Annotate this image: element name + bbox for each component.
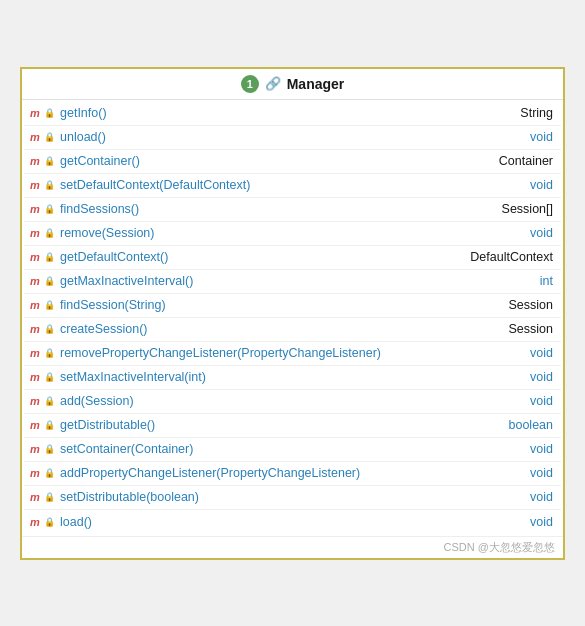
method-name: findSession(String) xyxy=(60,298,501,312)
method-row[interactable]: m🔒setDistributable(boolean)void xyxy=(24,486,561,510)
method-icon-m: m xyxy=(30,299,44,311)
method-name: setDefaultContext(DefaultContext) xyxy=(60,178,522,192)
method-row[interactable]: m🔒add(Session)void xyxy=(24,390,561,414)
method-return-type: void xyxy=(530,226,553,240)
method-return-type: DefaultContext xyxy=(470,250,553,264)
method-icon-m: m xyxy=(30,323,44,335)
method-icon-m: m xyxy=(30,395,44,407)
method-row[interactable]: m🔒getDistributable()boolean xyxy=(24,414,561,438)
method-icon-lock: 🔒 xyxy=(44,276,58,286)
method-row[interactable]: m🔒setDefaultContext(DefaultContext)void xyxy=(24,174,561,198)
method-icon-lock: 🔒 xyxy=(44,468,58,478)
method-row[interactable]: m🔒createSession()Session xyxy=(24,318,561,342)
method-name: setContainer(Container) xyxy=(60,442,522,456)
method-return-type: void xyxy=(530,515,553,529)
method-name: removePropertyChangeListener(PropertyCha… xyxy=(60,346,522,360)
method-name: getDefaultContext() xyxy=(60,250,462,264)
method-name: addPropertyChangeListener(PropertyChange… xyxy=(60,466,522,480)
method-name: findSessions() xyxy=(60,202,494,216)
method-name: unload() xyxy=(60,130,522,144)
method-row[interactable]: m🔒load()void xyxy=(24,510,561,534)
class-badge: 1 xyxy=(241,75,259,93)
method-row[interactable]: m🔒getContainer()Container xyxy=(24,150,561,174)
method-return-type: boolean xyxy=(509,418,554,432)
method-row[interactable]: m🔒setMaxInactiveInterval(int)void xyxy=(24,366,561,390)
method-icon-lock: 🔒 xyxy=(44,108,58,118)
method-icon-lock: 🔒 xyxy=(44,517,58,527)
method-row[interactable]: m🔒getDefaultContext()DefaultContext xyxy=(24,246,561,270)
method-name: getInfo() xyxy=(60,106,512,120)
method-icon-m: m xyxy=(30,131,44,143)
method-icon-m: m xyxy=(30,491,44,503)
method-name: getDistributable() xyxy=(60,418,501,432)
method-icon-m: m xyxy=(30,203,44,215)
method-return-type: Session[] xyxy=(502,202,553,216)
method-return-type: void xyxy=(530,490,553,504)
method-return-type: void xyxy=(530,130,553,144)
method-icon-lock: 🔒 xyxy=(44,492,58,502)
method-row[interactable]: m🔒getInfo()String xyxy=(24,102,561,126)
method-row[interactable]: m🔒unload()void xyxy=(24,126,561,150)
method-icon-m: m xyxy=(30,155,44,167)
method-list: m🔒getInfo()Stringm🔒unload()voidm🔒getCont… xyxy=(22,100,563,536)
method-icon-m: m xyxy=(30,371,44,383)
method-return-type: Container xyxy=(499,154,553,168)
method-row[interactable]: m🔒getMaxInactiveInterval()int xyxy=(24,270,561,294)
method-row[interactable]: m🔒setContainer(Container)void xyxy=(24,438,561,462)
method-name: setMaxInactiveInterval(int) xyxy=(60,370,522,384)
method-return-type: Session xyxy=(509,322,553,336)
method-return-type: Session xyxy=(509,298,553,312)
method-icon-m: m xyxy=(30,443,44,455)
method-icon-m: m xyxy=(30,107,44,119)
method-row[interactable]: m🔒addPropertyChangeListener(PropertyChan… xyxy=(24,462,561,486)
method-icon-lock: 🔒 xyxy=(44,156,58,166)
method-name: createSession() xyxy=(60,322,501,336)
method-name: remove(Session) xyxy=(60,226,522,240)
method-icon-lock: 🔒 xyxy=(44,204,58,214)
method-name: getMaxInactiveInterval() xyxy=(60,274,532,288)
method-row[interactable]: m🔒findSession(String)Session xyxy=(24,294,561,318)
method-name: setDistributable(boolean) xyxy=(60,490,522,504)
method-icon-lock: 🔒 xyxy=(44,300,58,310)
method-icon-m: m xyxy=(30,275,44,287)
method-icon-m: m xyxy=(30,347,44,359)
method-icon-lock: 🔒 xyxy=(44,396,58,406)
method-return-type: void xyxy=(530,394,553,408)
class-link-icon: 🔗 xyxy=(265,76,281,91)
method-return-type: int xyxy=(540,274,553,288)
method-icon-m: m xyxy=(30,516,44,528)
class-name: Manager xyxy=(287,76,345,92)
method-name: add(Session) xyxy=(60,394,522,408)
method-icon-lock: 🔒 xyxy=(44,348,58,358)
method-return-type: void xyxy=(530,466,553,480)
method-icon-m: m xyxy=(30,467,44,479)
method-icon-lock: 🔒 xyxy=(44,324,58,334)
method-return-type: String xyxy=(520,106,553,120)
method-icon-lock: 🔒 xyxy=(44,228,58,238)
method-return-type: void xyxy=(530,442,553,456)
class-diagram-panel: 1 🔗 Manager m🔒getInfo()Stringm🔒unload()v… xyxy=(20,67,565,560)
watermark: CSDN @大忽悠爱忽悠 xyxy=(22,536,563,558)
method-return-type: void xyxy=(530,178,553,192)
method-name: getContainer() xyxy=(60,154,491,168)
method-icon-lock: 🔒 xyxy=(44,180,58,190)
method-return-type: void xyxy=(530,346,553,360)
method-icon-m: m xyxy=(30,227,44,239)
method-icon-lock: 🔒 xyxy=(44,444,58,454)
method-row[interactable]: m🔒remove(Session)void xyxy=(24,222,561,246)
method-row[interactable]: m🔒findSessions()Session[] xyxy=(24,198,561,222)
method-icon-lock: 🔒 xyxy=(44,372,58,382)
method-icon-lock: 🔒 xyxy=(44,132,58,142)
method-row[interactable]: m🔒removePropertyChangeListener(PropertyC… xyxy=(24,342,561,366)
method-icon-m: m xyxy=(30,251,44,263)
class-header: 1 🔗 Manager xyxy=(22,69,563,100)
method-name: load() xyxy=(60,515,522,529)
method-icon-m: m xyxy=(30,179,44,191)
method-return-type: void xyxy=(530,370,553,384)
method-icon-lock: 🔒 xyxy=(44,252,58,262)
method-icon-m: m xyxy=(30,419,44,431)
method-icon-lock: 🔒 xyxy=(44,420,58,430)
